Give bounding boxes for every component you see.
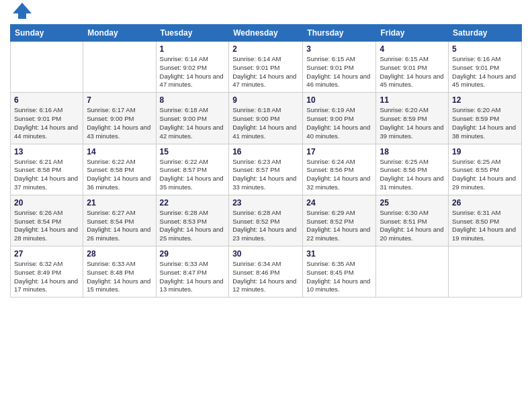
day-header: Thursday xyxy=(303,25,376,42)
calendar-cell: 5Sunrise: 6:16 AM Sunset: 9:01 PM Daylig… xyxy=(449,42,522,93)
day-number: 20 xyxy=(14,198,79,208)
day-number: 30 xyxy=(232,249,299,259)
day-number: 27 xyxy=(14,249,79,259)
day-number: 3 xyxy=(306,44,372,54)
calendar-cell: 25Sunrise: 6:30 AM Sunset: 8:51 PM Dayli… xyxy=(376,195,449,246)
day-number: 9 xyxy=(232,95,299,105)
day-number: 2 xyxy=(232,44,299,54)
day-info: Sunrise: 6:35 AM Sunset: 8:45 PM Dayligh… xyxy=(306,260,372,294)
day-info: Sunrise: 6:25 AM Sunset: 8:55 PM Dayligh… xyxy=(452,158,518,192)
calendar-week-row: 6Sunrise: 6:16 AM Sunset: 9:01 PM Daylig… xyxy=(11,93,522,144)
logo-icon xyxy=(13,0,32,19)
calendar-cell: 27Sunrise: 6:32 AM Sunset: 8:49 PM Dayli… xyxy=(11,246,83,298)
day-info: Sunrise: 6:19 AM Sunset: 9:00 PM Dayligh… xyxy=(306,106,372,140)
day-info: Sunrise: 6:22 AM Sunset: 8:58 PM Dayligh… xyxy=(87,158,152,192)
calendar-cell: 30Sunrise: 6:34 AM Sunset: 8:46 PM Dayli… xyxy=(229,246,303,298)
day-number: 18 xyxy=(380,147,445,156)
day-number: 25 xyxy=(380,198,445,208)
day-number: 4 xyxy=(380,44,445,54)
day-info: Sunrise: 6:33 AM Sunset: 8:47 PM Dayligh… xyxy=(160,260,226,294)
day-number: 24 xyxy=(306,198,372,208)
day-header: Sunday xyxy=(11,25,83,42)
calendar-cell: 23Sunrise: 6:28 AM Sunset: 8:52 PM Dayli… xyxy=(229,195,303,246)
calendar-cell: 19Sunrise: 6:25 AM Sunset: 8:55 PM Dayli… xyxy=(449,144,522,195)
calendar-cell: 15Sunrise: 6:22 AM Sunset: 8:57 PM Dayli… xyxy=(156,144,229,195)
calendar-cell: 4Sunrise: 6:15 AM Sunset: 9:01 PM Daylig… xyxy=(376,42,449,93)
day-number: 15 xyxy=(160,147,226,156)
calendar-cell: 12Sunrise: 6:20 AM Sunset: 8:59 PM Dayli… xyxy=(449,93,522,144)
day-info: Sunrise: 6:24 AM Sunset: 8:56 PM Dayligh… xyxy=(306,158,372,192)
day-header: Saturday xyxy=(449,25,522,42)
day-info: Sunrise: 6:15 AM Sunset: 9:01 PM Dayligh… xyxy=(380,55,445,89)
day-info: Sunrise: 6:14 AM Sunset: 9:02 PM Dayligh… xyxy=(160,55,226,89)
day-number: 7 xyxy=(87,95,152,105)
day-info: Sunrise: 6:27 AM Sunset: 8:54 PM Dayligh… xyxy=(87,209,152,243)
calendar-header-row: SundayMondayTuesdayWednesdayThursdayFrid… xyxy=(11,25,522,42)
day-info: Sunrise: 6:22 AM Sunset: 8:57 PM Dayligh… xyxy=(160,158,226,192)
day-info: Sunrise: 6:34 AM Sunset: 8:46 PM Dayligh… xyxy=(232,260,299,294)
day-number: 13 xyxy=(14,147,79,156)
calendar-week-row: 27Sunrise: 6:32 AM Sunset: 8:49 PM Dayli… xyxy=(11,246,522,298)
calendar-cell: 2Sunrise: 6:14 AM Sunset: 9:01 PM Daylig… xyxy=(229,42,303,93)
calendar-cell xyxy=(376,246,449,298)
calendar-cell: 1Sunrise: 6:14 AM Sunset: 9:02 PM Daylig… xyxy=(156,42,229,93)
day-info: Sunrise: 6:20 AM Sunset: 8:59 PM Dayligh… xyxy=(380,106,445,140)
calendar-cell: 9Sunrise: 6:18 AM Sunset: 9:00 PM Daylig… xyxy=(229,93,303,144)
calendar-cell xyxy=(11,42,83,93)
calendar-week-row: 20Sunrise: 6:26 AM Sunset: 8:54 PM Dayli… xyxy=(11,195,522,246)
day-info: Sunrise: 6:28 AM Sunset: 8:52 PM Dayligh… xyxy=(232,209,299,243)
day-info: Sunrise: 6:18 AM Sunset: 9:00 PM Dayligh… xyxy=(232,106,299,140)
day-number: 22 xyxy=(160,198,226,208)
day-header: Monday xyxy=(83,25,156,42)
calendar-cell: 17Sunrise: 6:24 AM Sunset: 8:56 PM Dayli… xyxy=(303,144,376,195)
calendar-cell: 31Sunrise: 6:35 AM Sunset: 8:45 PM Dayli… xyxy=(303,246,376,298)
calendar-cell: 26Sunrise: 6:31 AM Sunset: 8:50 PM Dayli… xyxy=(449,195,522,246)
calendar-cell xyxy=(83,42,156,93)
day-header: Tuesday xyxy=(156,25,229,42)
calendar-cell: 16Sunrise: 6:23 AM Sunset: 8:57 PM Dayli… xyxy=(229,144,303,195)
day-number: 1 xyxy=(160,44,226,54)
page: SundayMondayTuesdayWednesdayThursdayFrid… xyxy=(0,0,532,411)
calendar-cell: 8Sunrise: 6:18 AM Sunset: 9:00 PM Daylig… xyxy=(156,93,229,144)
day-info: Sunrise: 6:33 AM Sunset: 8:48 PM Dayligh… xyxy=(87,260,152,294)
day-number: 14 xyxy=(87,147,152,156)
calendar-cell: 13Sunrise: 6:21 AM Sunset: 8:58 PM Dayli… xyxy=(11,144,83,195)
day-info: Sunrise: 6:20 AM Sunset: 8:59 PM Dayligh… xyxy=(452,106,518,140)
calendar-cell: 24Sunrise: 6:29 AM Sunset: 8:52 PM Dayli… xyxy=(303,195,376,246)
logo xyxy=(10,7,32,19)
day-number: 11 xyxy=(380,95,445,105)
calendar-cell: 22Sunrise: 6:28 AM Sunset: 8:53 PM Dayli… xyxy=(156,195,229,246)
day-info: Sunrise: 6:14 AM Sunset: 9:01 PM Dayligh… xyxy=(232,55,299,89)
day-info: Sunrise: 6:15 AM Sunset: 9:01 PM Dayligh… xyxy=(306,55,372,89)
day-number: 6 xyxy=(14,95,79,105)
day-number: 16 xyxy=(232,147,299,156)
day-info: Sunrise: 6:25 AM Sunset: 8:56 PM Dayligh… xyxy=(380,158,445,192)
day-info: Sunrise: 6:21 AM Sunset: 8:58 PM Dayligh… xyxy=(14,158,79,192)
calendar-table: SundayMondayTuesdayWednesdayThursdayFrid… xyxy=(10,24,522,298)
day-number: 26 xyxy=(452,198,518,208)
day-info: Sunrise: 6:29 AM Sunset: 8:52 PM Dayligh… xyxy=(306,209,372,243)
header xyxy=(10,7,522,19)
day-number: 12 xyxy=(452,95,518,105)
day-number: 23 xyxy=(232,198,299,208)
calendar-cell: 29Sunrise: 6:33 AM Sunset: 8:47 PM Dayli… xyxy=(156,246,229,298)
calendar-cell: 28Sunrise: 6:33 AM Sunset: 8:48 PM Dayli… xyxy=(83,246,156,298)
day-info: Sunrise: 6:16 AM Sunset: 9:01 PM Dayligh… xyxy=(452,55,518,89)
day-number: 29 xyxy=(160,249,226,259)
day-number: 19 xyxy=(452,147,518,156)
calendar-cell: 14Sunrise: 6:22 AM Sunset: 8:58 PM Dayli… xyxy=(83,144,156,195)
day-info: Sunrise: 6:32 AM Sunset: 8:49 PM Dayligh… xyxy=(14,260,79,294)
calendar-cell: 7Sunrise: 6:17 AM Sunset: 9:00 PM Daylig… xyxy=(83,93,156,144)
day-info: Sunrise: 6:18 AM Sunset: 9:00 PM Dayligh… xyxy=(160,106,226,140)
day-number: 10 xyxy=(306,95,372,105)
day-number: 31 xyxy=(306,249,372,259)
calendar-cell: 20Sunrise: 6:26 AM Sunset: 8:54 PM Dayli… xyxy=(11,195,83,246)
day-info: Sunrise: 6:17 AM Sunset: 9:00 PM Dayligh… xyxy=(87,106,152,140)
day-info: Sunrise: 6:16 AM Sunset: 9:01 PM Dayligh… xyxy=(14,106,79,140)
day-header: Friday xyxy=(376,25,449,42)
calendar-cell: 11Sunrise: 6:20 AM Sunset: 8:59 PM Dayli… xyxy=(376,93,449,144)
day-number: 28 xyxy=(87,249,152,259)
calendar-cell: 18Sunrise: 6:25 AM Sunset: 8:56 PM Dayli… xyxy=(376,144,449,195)
calendar-week-row: 1Sunrise: 6:14 AM Sunset: 9:02 PM Daylig… xyxy=(11,42,522,93)
day-info: Sunrise: 6:30 AM Sunset: 8:51 PM Dayligh… xyxy=(380,209,445,243)
